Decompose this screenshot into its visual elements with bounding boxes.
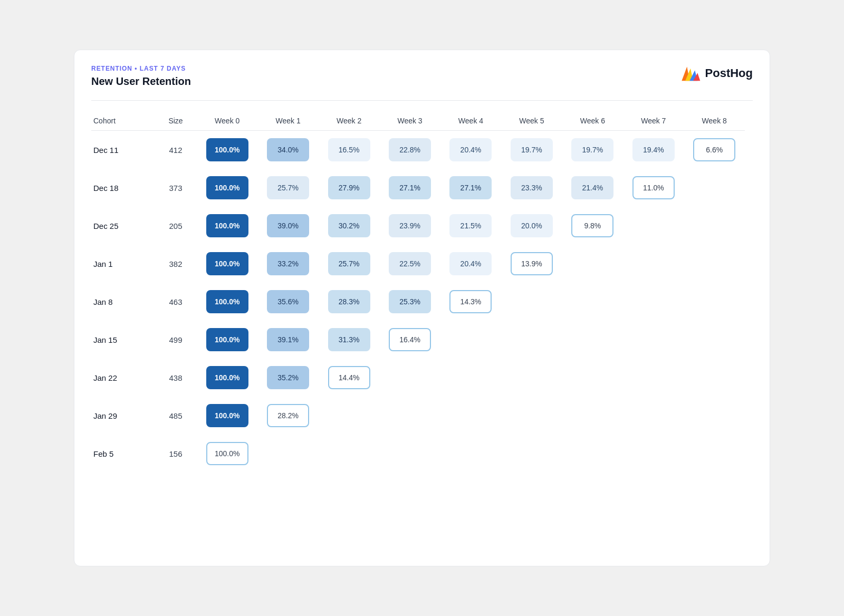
retention-value[interactable]: 100.0%	[206, 290, 248, 313]
week-8-cell	[684, 435, 745, 473]
week-2-cell: 16.5%	[319, 131, 379, 169]
retention-value[interactable]: 31.3%	[328, 328, 370, 351]
retention-value[interactable]: 30.2%	[328, 214, 370, 237]
week-8-cell	[684, 245, 745, 283]
week-8-cell	[684, 397, 745, 435]
week-9-cell	[745, 169, 753, 207]
retention-value[interactable]: 100.0%	[206, 176, 248, 199]
retention-value[interactable]: 22.5%	[389, 252, 431, 275]
retention-value[interactable]: 25.7%	[267, 176, 309, 199]
week-0-cell: 100.0%	[197, 169, 257, 207]
retention-value[interactable]: 14.3%	[449, 290, 492, 313]
week-6-cell	[562, 245, 623, 283]
week-6-cell: 19.7%	[562, 131, 623, 169]
table-row: Feb 5156100.0%	[91, 435, 753, 473]
retention-value[interactable]: 20.0%	[511, 214, 553, 237]
week-8-cell	[684, 207, 745, 245]
week-6-cell	[562, 359, 623, 397]
week-3-cell: 22.5%	[379, 245, 440, 283]
retention-value[interactable]: 100.0%	[206, 214, 248, 237]
retention-value[interactable]: 35.6%	[267, 290, 309, 313]
retention-value[interactable]: 100.0%	[206, 252, 248, 275]
week-0-cell: 100.0%	[197, 321, 257, 359]
week-3-cell: 23.9%	[379, 207, 440, 245]
retention-value[interactable]: 20.4%	[449, 138, 492, 161]
retention-value[interactable]: 28.2%	[267, 404, 309, 427]
retention-value[interactable]: 20.4%	[449, 252, 492, 275]
retention-value[interactable]: 34.0%	[267, 138, 309, 161]
week-5-cell	[501, 397, 562, 435]
week-0-cell: 100.0%	[197, 207, 257, 245]
cohort-cell: Jan 15	[91, 321, 155, 359]
retention-value[interactable]: 14.4%	[328, 366, 370, 389]
size-cell: 382	[155, 245, 197, 283]
retention-value[interactable]: 21.4%	[571, 176, 613, 199]
retention-value[interactable]: 25.7%	[328, 252, 370, 275]
col-week6: Week 6	[562, 111, 623, 131]
retention-value[interactable]: 100.0%	[206, 442, 248, 465]
retention-value[interactable]: 22.8%	[389, 138, 431, 161]
retention-value[interactable]: 19.4%	[632, 138, 675, 161]
week-8-cell	[684, 169, 745, 207]
week-4-cell: 20.4%	[440, 131, 501, 169]
retention-value[interactable]: 23.3%	[511, 176, 553, 199]
retention-value[interactable]: 100.0%	[206, 138, 248, 161]
cohort-cell: Jan 8	[91, 283, 155, 321]
retention-value[interactable]: 19.7%	[511, 138, 553, 161]
week-8-cell	[684, 359, 745, 397]
chart-title: New User Retention	[91, 75, 191, 88]
week-0-cell: 100.0%	[197, 131, 257, 169]
week-1-cell: 35.2%	[257, 359, 318, 397]
table-row: Dec 25205100.0%39.0%30.2%23.9%21.5%20.0%…	[91, 207, 753, 245]
week-1-cell: 25.7%	[257, 169, 318, 207]
retention-value[interactable]: 11.0%	[632, 176, 675, 199]
week-7-cell	[623, 245, 684, 283]
table-row: Jan 1382100.0%33.2%25.7%22.5%20.4%13.9%	[91, 245, 753, 283]
week-4-cell	[440, 397, 501, 435]
retention-value[interactable]: 100.0%	[206, 328, 248, 351]
retention-value[interactable]: 27.9%	[328, 176, 370, 199]
week-7-cell	[623, 435, 684, 473]
col-week1: Week 1	[257, 111, 318, 131]
week-2-cell: 14.4%	[319, 359, 379, 397]
size-cell: 499	[155, 321, 197, 359]
table-row: Dec 11412100.0%34.0%16.5%22.8%20.4%19.7%…	[91, 131, 753, 169]
col-week2: Week 2	[319, 111, 379, 131]
retention-value[interactable]: 39.0%	[267, 214, 309, 237]
retention-value[interactable]: 35.2%	[267, 366, 309, 389]
retention-value[interactable]: 16.5%	[328, 138, 370, 161]
retention-value[interactable]: 27.1%	[449, 176, 492, 199]
retention-value[interactable]: 16.4%	[389, 328, 431, 351]
cohort-cell: Jan 29	[91, 397, 155, 435]
week-6-cell	[562, 435, 623, 473]
retention-value[interactable]: 9.8%	[571, 214, 613, 237]
retention-value[interactable]: 21.5%	[449, 214, 492, 237]
retention-value[interactable]: 13.9%	[511, 252, 553, 275]
retention-value[interactable]: 23.9%	[389, 214, 431, 237]
size-cell: 205	[155, 207, 197, 245]
week-7-cell	[623, 321, 684, 359]
retention-value[interactable]: 33.2%	[267, 252, 309, 275]
retention-value[interactable]: 100.0%	[206, 366, 248, 389]
retention-value[interactable]: 19.7%	[571, 138, 613, 161]
retention-value[interactable]: 28.3%	[328, 290, 370, 313]
week-6-cell	[562, 397, 623, 435]
week-9-cell	[745, 207, 753, 245]
week-6-cell	[562, 321, 623, 359]
logo-text: PostHog	[705, 66, 753, 80]
retention-value[interactable]: 25.3%	[389, 290, 431, 313]
cohort-cell: Dec 25	[91, 207, 155, 245]
retention-value[interactable]: 39.1%	[267, 328, 309, 351]
week-4-cell: 14.3%	[440, 283, 501, 321]
retention-value[interactable]: 6.6%	[693, 138, 735, 161]
week-7-cell	[623, 283, 684, 321]
table-header-row: Cohort Size Week 0 Week 1 Week 2 Week 3 …	[91, 111, 753, 131]
table-row: Jan 22438100.0%35.2%14.4%	[91, 359, 753, 397]
week-4-cell: 21.5%	[440, 207, 501, 245]
retention-label: RETENTION • LAST 7 DAYS	[91, 65, 191, 72]
week-5-cell	[501, 435, 562, 473]
week-5-cell: 23.3%	[501, 169, 562, 207]
retention-value[interactable]: 27.1%	[389, 176, 431, 199]
retention-value[interactable]: 100.0%	[206, 404, 248, 427]
week-6-cell: 9.8%	[562, 207, 623, 245]
